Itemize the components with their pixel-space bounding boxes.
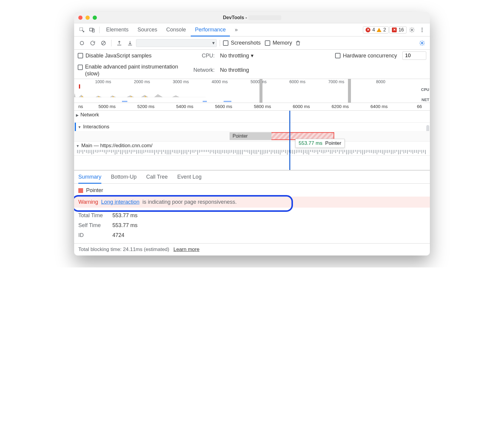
ruler-tick: 6200 ms (332, 104, 349, 109)
upload-icon[interactable] (114, 38, 124, 48)
long-interaction-link[interactable]: Long interaction (101, 199, 139, 205)
trash-icon[interactable] (293, 38, 303, 48)
id-value: 4724 (112, 232, 124, 238)
learn-more-link[interactable]: Learn more (173, 247, 199, 252)
zoom-window-button[interactable] (93, 16, 97, 20)
details-tabs: Summary Bottom-Up Call Tree Event Log (74, 171, 430, 184)
overview-tick: 2000 ms (134, 79, 150, 84)
interaction-bar-label: Pointer (230, 132, 271, 140)
overview-cpu-label: CPU (421, 87, 429, 92)
svg-point-4 (421, 28, 422, 28)
cpu-throttling-select[interactable]: No throttling▾ (220, 52, 253, 59)
ruler-tick: 5200 ms (137, 104, 155, 109)
download-icon[interactable] (125, 38, 135, 48)
ruler-tick: 5400 ms (176, 104, 193, 109)
overview-timeline[interactable]: 1000 ms 2000 ms 3000 ms 4000 ms 5000 ms … (74, 79, 430, 103)
clear-icon[interactable] (99, 38, 108, 48)
self-time-label: Self Time (78, 222, 108, 229)
network-label: Network: (188, 67, 215, 73)
svg-point-5 (421, 29, 422, 30)
performance-toolbar: ▾ Screenshots Memory (74, 36, 430, 50)
footer: Total blocking time: 24.11ms (estimated)… (74, 243, 430, 255)
overview-handle-left[interactable] (259, 79, 262, 103)
capture-settings-icon[interactable] (417, 38, 427, 48)
summary-panel: Pointer Warning Long interaction is indi… (74, 184, 430, 243)
disable-js-samples-checkbox[interactable]: Disable JavaScript samples (78, 53, 152, 59)
recording-select[interactable]: ▾ (136, 39, 217, 47)
capture-settings-panel: Disable JavaScript samples CPU: No throt… (74, 50, 430, 79)
overview-tick: 8000 (376, 79, 385, 84)
overview-tick: 1000 ms (95, 79, 111, 84)
color-swatch (78, 188, 83, 193)
overview-tick: 7000 ms (328, 79, 344, 84)
warning-icon (377, 28, 381, 32)
tab-event-log[interactable]: Event Log (177, 174, 201, 180)
tab-summary[interactable]: Summary (78, 171, 101, 184)
tbt-text: Total blocking time: 24.11ms (estimated) (78, 247, 169, 252)
hover-tooltip: 553.77 ms Pointer (295, 139, 345, 148)
window-title: DevTools - (223, 15, 281, 20)
svg-point-9 (421, 42, 423, 44)
tabs-overflow[interactable]: » (230, 23, 242, 36)
cpu-label: CPU: (188, 53, 215, 59)
event-name: Pointer (86, 187, 103, 194)
network-throttling-select[interactable]: No throttling (220, 67, 249, 73)
extension-errors-pill[interactable]: ✕16 (389, 26, 407, 34)
enable-paint-checkbox[interactable]: Enable advanced paint instrumentation (s… (78, 63, 182, 77)
flame-chart-tracks[interactable]: Network Interactions Pointer Main — http… (74, 111, 430, 171)
settings-icon[interactable] (407, 25, 417, 35)
overview-net-label: NET (421, 98, 429, 102)
self-time-value: 553.77 ms (112, 222, 138, 229)
overview-tick: 6000 ms (289, 79, 306, 84)
flame-ruler[interactable]: ns 5000 ms 5200 ms 5400 ms 5600 ms 5800 … (74, 103, 430, 111)
warning-label: Warning (78, 199, 98, 205)
tab-call-tree[interactable]: Call Tree (146, 174, 168, 180)
devtools-tabs: Elements Sources Console Performance » ✕… (74, 23, 430, 36)
main-track-header[interactable]: Main — https://edition.cnn.com/ (74, 142, 430, 150)
tab-console[interactable]: Console (162, 23, 190, 36)
overview-handle-right[interactable] (348, 79, 351, 103)
console-errors-pill[interactable]: ✕4 2 (363, 26, 389, 34)
window-titlebar: DevTools - (74, 12, 430, 23)
overview-tick: 4000 ms (212, 79, 228, 84)
chevron-down-icon: ▾ (251, 52, 253, 59)
chevron-down-icon: ▾ (212, 40, 215, 46)
overview-tick: 5000 ms (251, 79, 267, 84)
record-icon[interactable] (77, 38, 87, 48)
interactions-track-header[interactable]: Interactions (74, 123, 430, 131)
reload-icon[interactable] (88, 38, 97, 48)
kebab-menu-icon[interactable] (417, 25, 427, 35)
svg-rect-2 (92, 29, 94, 32)
total-time-value: 553.77 ms (112, 212, 138, 219)
minimize-window-button[interactable] (85, 16, 90, 20)
ruler-tick: ns (78, 104, 83, 109)
inspect-element-icon[interactable] (77, 25, 87, 35)
ruler-tick: 5000 ms (98, 104, 116, 109)
warning-row: Warning Long interaction is indicating p… (74, 197, 430, 208)
cpu-sparkline (74, 92, 206, 97)
tab-elements[interactable]: Elements (102, 23, 133, 36)
memory-checkbox[interactable]: Memory (265, 40, 292, 46)
id-label: ID (78, 232, 108, 238)
ruler-tick: 6000 ms (293, 104, 310, 109)
tab-sources[interactable]: Sources (133, 23, 161, 36)
ruler-tick: 66 (417, 104, 422, 109)
ruler-tick: 6400 ms (370, 104, 388, 109)
screenshots-checkbox[interactable]: Screenshots (223, 40, 261, 46)
svg-point-7 (80, 41, 84, 45)
svg-point-6 (421, 31, 422, 32)
hardware-concurrency-checkbox[interactable]: Hardware concurrency (335, 53, 397, 59)
ruler-tick: 5600 ms (215, 104, 232, 109)
total-time-label: Total Time (78, 212, 108, 219)
close-window-button[interactable] (78, 16, 83, 20)
ruler-tick: 5800 ms (254, 104, 271, 109)
overview-tick: 3000 ms (173, 79, 189, 84)
device-toolbar-icon[interactable] (87, 25, 97, 35)
playhead[interactable] (289, 111, 290, 170)
tab-bottom-up[interactable]: Bottom-Up (111, 174, 137, 180)
svg-point-3 (411, 29, 413, 31)
tab-performance[interactable]: Performance (191, 23, 230, 36)
hardware-concurrency-input[interactable] (402, 51, 426, 60)
network-track-header[interactable]: Network (74, 111, 430, 119)
